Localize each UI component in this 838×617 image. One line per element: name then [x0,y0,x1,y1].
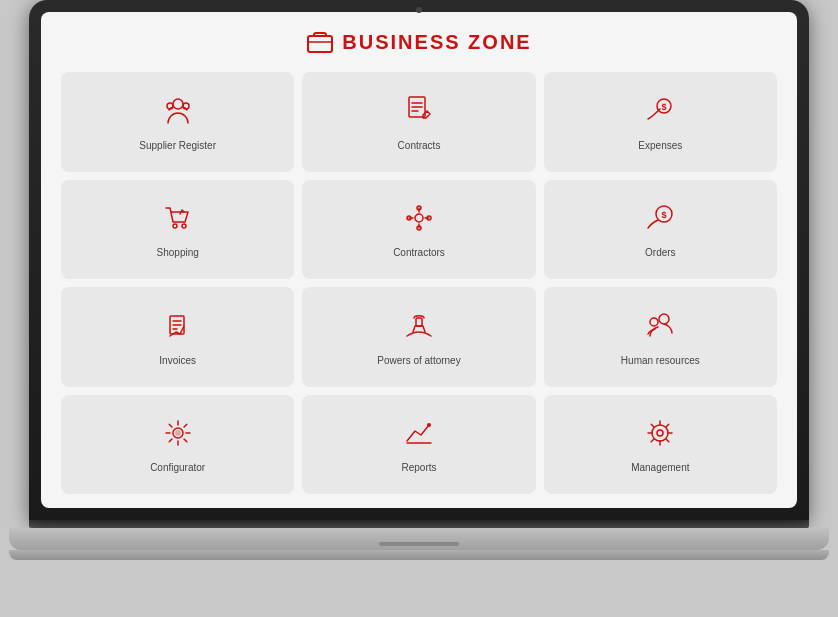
camera [416,7,422,13]
svg-point-13 [415,214,423,222]
laptop-hinge [29,520,809,528]
tile-contractors[interactable]: Contractors [302,180,535,280]
shopping-icon [160,200,196,241]
tile-management[interactable]: Management [544,395,777,495]
svg-text:$: $ [662,102,667,112]
configurator-icon [160,415,196,456]
laptop-frame: BUSINESS ZONE Supp [0,0,838,617]
powers-icon [401,308,437,349]
invoices-icon [160,308,196,349]
management-label: Management [631,462,689,473]
configurator-label: Configurator [150,462,205,473]
tile-shopping[interactable]: Shopping [61,180,294,280]
contracts-icon [401,93,437,134]
orders-icon: $ [642,200,678,241]
logo-bar: BUSINESS ZONE [306,30,531,54]
shopping-label: Shopping [157,247,199,258]
human-resources-icon [642,308,678,349]
contractors-label: Contractors [393,247,445,258]
tile-configurator[interactable]: Configurator [61,395,294,495]
supplier-register-label: Supplier Register [139,140,216,151]
laptop-base-area [9,520,829,560]
svg-rect-0 [308,36,332,52]
laptop-foot [9,550,829,560]
tile-supplier-register[interactable]: Supplier Register [61,72,294,172]
tile-powers-of-attorney[interactable]: Powers of attorney [302,287,535,387]
svg-point-29 [659,314,669,324]
trackpad-notch [379,542,459,546]
tile-orders[interactable]: $ Orders [544,180,777,280]
svg-point-36 [657,430,663,436]
svg-point-2 [173,99,183,109]
contractors-icon [401,200,437,241]
reports-label: Reports [401,462,436,473]
management-icon [642,415,678,456]
svg-point-32 [175,430,181,436]
tile-human-resources[interactable]: Human resources [544,287,777,387]
app-grid: Supplier Register Contracts [61,72,777,494]
tile-invoices[interactable]: Invoices [61,287,294,387]
tile-reports[interactable]: Reports [302,395,535,495]
reports-icon [401,415,437,456]
svg-point-30 [650,318,658,326]
svg-point-11 [173,224,177,228]
laptop-base [9,528,829,550]
svg-rect-28 [416,318,422,326]
orders-label: Orders [645,247,676,258]
powers-label: Powers of attorney [377,355,460,366]
tile-expenses[interactable]: $ Expenses [544,72,777,172]
expenses-icon: $ [642,93,678,134]
tile-contracts[interactable]: Contracts [302,72,535,172]
screen: BUSINESS ZONE Supp [41,12,797,508]
svg-point-12 [182,224,186,228]
invoices-label: Invoices [159,355,196,366]
app-title: BUSINESS ZONE [342,31,531,54]
contracts-label: Contracts [398,140,441,151]
logo-icon [306,30,334,54]
supplier-icon [160,93,196,134]
svg-text:$: $ [662,210,667,220]
laptop-screen-body: BUSINESS ZONE Supp [29,0,809,520]
expenses-label: Expenses [638,140,682,151]
svg-point-34 [427,423,431,427]
human-resources-label: Human resources [621,355,700,366]
